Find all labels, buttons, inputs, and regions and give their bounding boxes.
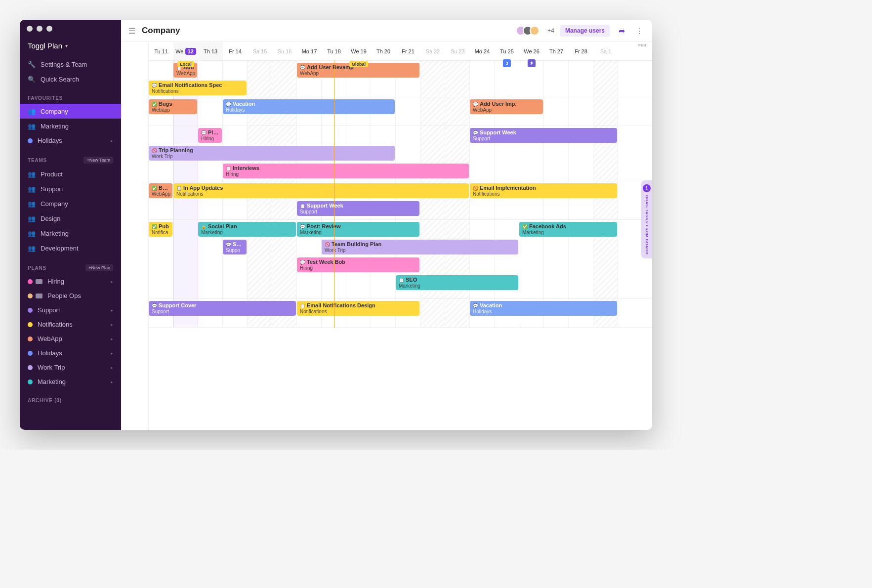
task-bar[interactable]: ✅PubNotifica — [149, 222, 172, 237]
person-row: adrien✅BugsWebApp📋In App UpdatesNotifica… — [149, 181, 652, 220]
task-plan: Hiring — [300, 265, 416, 271]
day-cell[interactable]: Fr 14 — [223, 42, 248, 60]
day-cell[interactable]: Sa 15 — [248, 42, 272, 60]
nav-settings[interactable]: 🔧 Settings & Team — [20, 57, 121, 72]
task-bar[interactable]: 💬VacationHolidays — [223, 99, 395, 114]
manage-users-button[interactable]: Manage users — [560, 25, 610, 37]
task-bar[interactable]: ✅BugsWebApp — [149, 183, 172, 198]
task-bar[interactable]: 💬Email Notifications SpecNotifications — [149, 81, 247, 95]
day-cell[interactable]: Su 23 — [445, 42, 470, 60]
timeline-body[interactable]: 2020 Tu 11We 12LocalTh 13Fr 14Sa 15Su 16… — [149, 42, 652, 430]
task-bar[interactable]: 💬PlanHiring — [198, 128, 222, 143]
day-cell[interactable]: We 19Global — [346, 42, 371, 60]
task-title: 💬Supp — [226, 241, 244, 248]
day-cell[interactable]: Sa 22 — [420, 42, 445, 60]
sidebar-item-company[interactable]: 👥Company — [20, 104, 121, 119]
task-plan: Notifications — [176, 191, 466, 197]
milestone-badge[interactable]: 3 — [503, 59, 511, 67]
nav-search[interactable]: 🔍 Quick Search — [20, 72, 121, 86]
new-team-button[interactable]: +New Team — [83, 157, 113, 164]
sidebar-label: Company — [41, 200, 68, 208]
chevron-right-icon: ▸ — [111, 322, 113, 327]
sidebar-label: Development — [41, 245, 79, 252]
task-plan: Hiring — [201, 136, 219, 142]
now-line — [334, 61, 334, 328]
chevron-right-icon: ▸ — [111, 351, 113, 356]
sidebar-team-company[interactable]: 👥Company — [20, 196, 121, 211]
sidebar-plan-notifications[interactable]: Notifications▸ — [20, 317, 121, 332]
task-bar[interactable]: 💬VacationHolidays — [470, 301, 617, 316]
task-bar[interactable]: ✅BugsWebapp — [149, 99, 197, 114]
day-label: Sa 1 — [600, 48, 612, 54]
sidebar-team-product[interactable]: 👥Product — [20, 167, 121, 181]
day-cell[interactable]: Th 20 — [371, 42, 396, 60]
brand-menu[interactable]: Toggl Plan ▾ — [20, 38, 121, 57]
day-cell[interactable]: We 12Local — [173, 42, 198, 60]
task-plan: Work Trip — [152, 154, 392, 160]
task-bar[interactable]: 💬Support CoverSupport — [149, 301, 296, 316]
task-bar[interactable]: 💬Add User Imp.WebApp — [470, 99, 543, 114]
day-cell[interactable]: Su 16 — [272, 42, 297, 60]
day-cell[interactable]: Tu 253 — [495, 42, 519, 60]
task-bar[interactable]: ✅Facebook AdsMarketing — [519, 222, 617, 237]
avatar-stack[interactable] — [519, 26, 540, 36]
day-cell[interactable]: Tu 11 — [149, 42, 173, 60]
person-row: laura📋AddWebApp💬Add User RevampWebApp💬Em… — [149, 61, 652, 97]
day-cell[interactable]: Fr 28 — [569, 42, 593, 60]
sidebar-label: WebApp — [38, 335, 62, 342]
people-icon: 👥 — [28, 185, 36, 193]
drag-from-board-handle[interactable]: 1 DRAG TASKS FROM BOARD — [641, 180, 652, 258]
sidebar-plan-support[interactable]: Support▸ — [20, 303, 121, 317]
task-title: ✅Facebook Ads — [522, 223, 614, 230]
task-bar[interactable]: 📋In App UpdatesNotifications — [173, 183, 469, 198]
day-label: Sa 15 — [253, 48, 267, 54]
milestone-badge[interactable]: Global — [349, 61, 368, 67]
sidebar-plan-marketing[interactable]: Marketing▸ — [20, 375, 121, 389]
day-cell[interactable]: Fr 21 — [396, 42, 420, 60]
task-bar[interactable]: 💬Support WeekSupport — [470, 128, 617, 143]
sidebar-label: Marketing — [41, 230, 69, 237]
task-bar[interactable]: 💬SuppSuppo — [223, 240, 247, 254]
task-bar[interactable]: 📋Email Notifications DesignNotifications — [297, 301, 419, 316]
sidebar-team-design[interactable]: 👥Design — [20, 211, 121, 226]
menu-icon[interactable]: ☰ — [128, 27, 136, 35]
task-bar[interactable]: 🚫Trip PlanningWork Trip — [149, 146, 395, 161]
sidebar-plan-hiring[interactable]: Hiring▸ — [20, 274, 121, 289]
task-bar[interactable]: 💬Post: ReviewMarketing — [297, 222, 419, 237]
sidebar-item-holidays[interactable]: Holidays▸ — [20, 133, 121, 148]
people-icon: 👥 — [28, 122, 36, 130]
sidebar-plan-work-trip[interactable]: Work Trip▸ — [20, 360, 121, 375]
sidebar-team-support[interactable]: 👥Support — [20, 181, 121, 196]
day-cell[interactable]: Mo 17 — [297, 42, 322, 60]
sidebar-item-marketing[interactable]: 👥Marketing — [20, 119, 121, 133]
milestone-badge[interactable]: Local — [177, 61, 194, 67]
task-bar[interactable]: 🚫Email ImplementationNotifications — [470, 183, 617, 198]
task-title: 💬Support Cover — [152, 302, 293, 309]
sidebar-plan-holidays[interactable]: Holidays▸ — [20, 346, 121, 360]
day-cell[interactable]: Tu 18 — [322, 42, 346, 60]
day-cell[interactable]: Th 13 — [198, 42, 223, 60]
task-bar[interactable]: 💬Test Week BobHiring — [297, 257, 419, 272]
task-plan: Notifications — [300, 309, 416, 315]
day-cell[interactable]: We 26☀ — [519, 42, 544, 60]
sidebar-plan-people-ops[interactable]: People Ops — [20, 289, 121, 303]
sidebar-team-development[interactable]: 👥Development — [20, 241, 121, 255]
task-bar[interactable]: 📋Support WeekSupport — [297, 201, 419, 216]
new-plan-button[interactable]: +New Plan — [85, 264, 113, 271]
sidebar-team-marketing[interactable]: 👥Marketing — [20, 226, 121, 241]
milestone-badge[interactable]: ☀ — [528, 59, 536, 67]
kebab-icon[interactable]: ⋮ — [633, 25, 645, 37]
task-bar[interactable]: 📋InterviewsHiring — [223, 164, 469, 178]
task-plan: Support — [300, 209, 416, 215]
share-icon[interactable]: ➦ — [616, 25, 627, 37]
task-status-icon: 💬 — [300, 224, 305, 229]
brand-name: Toggl Plan — [28, 42, 62, 50]
task-bar[interactable]: 📋SEOMarketing — [396, 275, 518, 290]
task-bar[interactable]: 🚫Team Building PlanWork Trip — [322, 240, 518, 254]
day-cell[interactable]: Th 27 — [544, 42, 569, 60]
section-head-archive[interactable]: ARCHIVE (0) — [20, 389, 121, 406]
day-cell[interactable]: Mo 24 — [470, 42, 495, 60]
day-cell[interactable]: Sa 1 — [593, 42, 618, 60]
task-bar[interactable]: 🔒Social PlanMarketing — [198, 222, 296, 237]
sidebar-plan-webapp[interactable]: WebApp▸ — [20, 332, 121, 346]
